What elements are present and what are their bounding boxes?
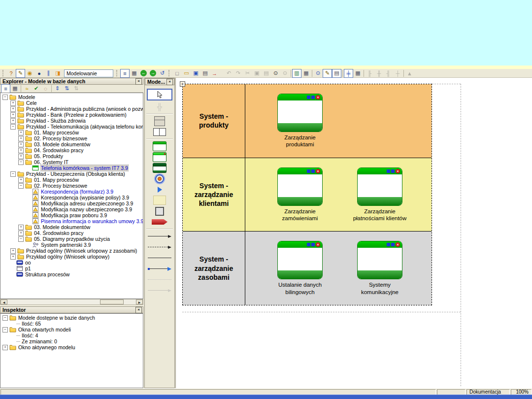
tree-item[interactable]: Ilość: 4 [0, 332, 143, 338]
tree-item[interactable]: Modyfikacja praw poboru 3.9 [0, 212, 143, 218]
tree-item[interactable]: +03. Modele dokumentów [0, 141, 143, 147]
tree-item[interactable]: −Przykład - Ubezpieczenia (Obsługa klien… [0, 171, 143, 177]
expand-icon[interactable]: + [10, 254, 16, 260]
explorer-globe-icon[interactable]: ● [34, 69, 44, 78]
model-windows-icon[interactable]: ▦ [130, 69, 139, 78]
expand-icon[interactable]: + [2, 345, 8, 350]
expand-icon[interactable]: + [18, 225, 24, 230]
scrollbar-thumb[interactable] [100, 299, 124, 304]
recent-changes-icon[interactable]: ≈ [22, 84, 32, 93]
row-header-cell[interactable]: System -zarządzaniezasobami [183, 232, 245, 305]
collapse-icon[interactable]: − [10, 171, 16, 177]
diagram-table[interactable]: System -produkty×ZarządzanieproduktamiSy… [182, 84, 432, 305]
tree-item[interactable]: System partnerski 3.9 [0, 242, 143, 248]
expand-icon[interactable]: + [18, 177, 24, 183]
collapse-icon[interactable]: − [18, 160, 24, 165]
tree-item[interactable]: Modyfikacja adresu ubezpieczonego 3.9 [0, 200, 143, 206]
scrollbar-track[interactable] [7, 299, 136, 304]
tree-item[interactable]: Ilość: 65 [0, 321, 143, 327]
process-arrow-tool[interactable] [148, 217, 171, 227]
tree-item[interactable]: +04. Środowisko pracy [0, 147, 143, 153]
tree-item[interactable]: Korespondencja (formularz) 3.9 [0, 189, 143, 195]
connection-dashed-tool[interactable] [148, 242, 171, 252]
tree-item[interactable]: +03. Modele dokumentów [0, 224, 143, 230]
collapse-icon[interactable]: − [2, 315, 8, 321]
expand-icon[interactable]: + [10, 112, 16, 118]
tree-item[interactable]: +01. Mapy procesów [0, 130, 143, 135]
modeling-mode-dropdown[interactable]: Modelowanie [64, 69, 113, 77]
app-symbol[interactable]: ×Zarządzaniepłatnościami klientów [340, 167, 420, 222]
collapse-icon[interactable]: − [18, 183, 24, 189]
note-tool[interactable] [148, 196, 171, 205]
line-tool[interactable] [148, 253, 171, 263]
diagram-canvas[interactable]: System -produkty×ZarządzanieproduktamiSy… [175, 78, 532, 388]
tree-item[interactable]: +Przykład - Służba zdrowia [0, 118, 143, 124]
tree-item[interactable]: Korespondencja (wypisanie polisy) 3.9 [0, 195, 143, 200]
toolbar-handle[interactable] [2, 70, 5, 76]
explorer-close-icon[interactable]: × [135, 78, 142, 85]
align-objects-icon[interactable]: ╪ [344, 69, 353, 78]
edit-model-icon[interactable]: ✎ [16, 69, 25, 78]
tree-item[interactable]: −Modele dostępne w bazie danych [0, 315, 143, 321]
navigate-forward-icon[interactable]: → [148, 69, 158, 78]
model-list-icon[interactable]: ▦ [10, 84, 20, 93]
toolbar-handle[interactable] [168, 70, 171, 76]
tree-item[interactable]: Modyfikacja nazwy ubezpieczonego 3.9 [0, 206, 143, 212]
tree-item[interactable]: Ze zmianami: 0 [0, 338, 143, 344]
database-icon[interactable]: ≡ [120, 69, 130, 78]
format-painter-icon[interactable]: ✎ [323, 69, 332, 78]
grid-icon[interactable]: ▦ [353, 69, 363, 78]
collapse-icon[interactable]: − [10, 124, 16, 130]
open-model-icon[interactable]: ▭ [182, 69, 191, 78]
expand-icon[interactable]: + [10, 248, 16, 254]
print-icon[interactable]: ▤ [200, 69, 210, 78]
app-symbol[interactable]: ×Systemykomunikacyjne [340, 241, 420, 296]
scroll-right-icon[interactable]: ▶ [136, 299, 143, 304]
tree-item[interactable]: +02. Procesy biznesowe [0, 135, 143, 141]
tree-item[interactable]: p1 [0, 266, 143, 271]
properties-icon[interactable]: ▤ [332, 69, 341, 78]
module-tool[interactable] [148, 163, 171, 172]
select-tool[interactable] [147, 89, 172, 100]
expand-tree-icon[interactable]: ⇕ [53, 84, 62, 93]
tree-item[interactable]: +05. Produkty [0, 153, 143, 159]
find-icon[interactable]: ⊙ [271, 69, 280, 78]
help-icon[interactable]: ? [6, 69, 16, 78]
tree-item[interactable]: +Przykład - Administracja publiczna (wni… [0, 106, 143, 112]
screen-tool[interactable] [148, 141, 171, 151]
tree-item[interactable]: −06. Systemy IT [0, 159, 143, 165]
expand-icon[interactable]: + [10, 106, 16, 112]
tree-item[interactable]: −05. Diagramy przypadków użycia [0, 236, 143, 242]
tree-item[interactable]: Telefonia komórkowa - system IT7 3.9 [0, 165, 143, 171]
tree-item[interactable]: Pisemna informacja o warunkach umowy 3.9 [0, 218, 143, 224]
row-content-cell[interactable]: ×Zarządzaniezamówieniami×Zarządzaniepłat… [245, 158, 432, 232]
scroll-left-icon[interactable]: ◀ [0, 299, 7, 304]
tree-item[interactable]: +Przykład ogólny (Wniosek urlopowy) [0, 254, 143, 260]
collapse-icon[interactable]: − [2, 95, 8, 100]
event-tool[interactable] [148, 185, 171, 194]
frame-tool[interactable] [148, 206, 171, 216]
collapse-tree-icon[interactable]: ⇅ [62, 84, 71, 93]
export-icon[interactable]: → [210, 69, 219, 78]
inspector-close-icon[interactable]: × [135, 307, 142, 313]
check-models-icon[interactable]: ✔ [32, 84, 41, 93]
save-icon[interactable]: ▣ [191, 69, 200, 78]
app-symbol[interactable]: ×Zarządzanieproduktami [260, 94, 340, 148]
app-symbol[interactable]: ×Zarządzaniezamówieniami [260, 167, 340, 222]
database-view-icon[interactable]: ≡ [1, 84, 10, 93]
collapse-icon[interactable]: − [2, 327, 8, 332]
row-header-cell[interactable]: System -produkty [183, 84, 245, 158]
tree-item[interactable]: +01. Mapy procesów [0, 177, 143, 183]
palette-close-icon[interactable]: × [166, 79, 173, 85]
column-tool[interactable] [148, 127, 171, 136]
expand-icon[interactable]: + [18, 231, 24, 236]
user-management-icon[interactable]: ◉ [25, 69, 34, 78]
columns-view-icon[interactable]: ∥ [44, 69, 53, 78]
tree-item[interactable]: Struktura procesów [0, 271, 143, 277]
matrix-view-icon[interactable]: ▦ [301, 69, 311, 78]
explorer-horizontal-scrollbar[interactable]: ◀ ▶ [0, 299, 143, 305]
connection-blue-tool[interactable] [148, 264, 171, 273]
tree-item[interactable]: +Okno aktywnego modelu [0, 344, 143, 350]
tree-item[interactable]: +04. Środowisko pracy [0, 230, 143, 236]
table-fold-icon[interactable]: + [180, 81, 185, 87]
